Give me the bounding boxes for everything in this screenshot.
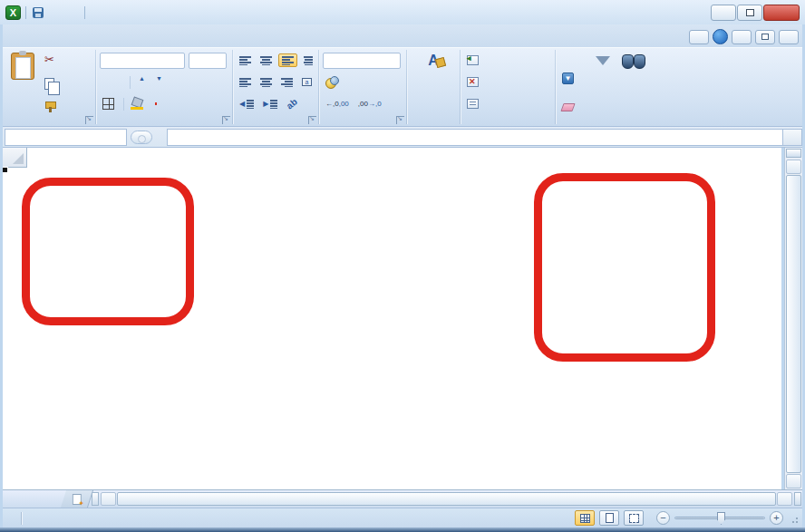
cut-icon: ✂: [44, 53, 54, 66]
orientation-button[interactable]: ab: [284, 98, 303, 110]
align-center-button[interactable]: [257, 76, 275, 88]
restore-icon: [746, 9, 754, 16]
save-button[interactable]: [31, 5, 45, 21]
close-button[interactable]: [763, 5, 800, 21]
align-bottom-button[interactable]: [278, 53, 297, 67]
align-left-button[interactable]: [237, 76, 254, 88]
insert-cells-button[interactable]: [464, 52, 551, 69]
vertical-scroll-thumb[interactable]: [786, 175, 801, 473]
find-select-button[interactable]: [617, 51, 650, 113]
vertical-scrollbar[interactable]: [784, 148, 802, 489]
increase-indent-button[interactable]: ▶: [260, 98, 280, 110]
zoom-in-button[interactable]: +: [770, 511, 783, 525]
styles-button[interactable]: А: [423, 51, 443, 113]
fill-button[interactable]: ▼: [559, 72, 579, 85]
decrease-decimal-button[interactable]: ,00→,0: [355, 99, 384, 109]
workbook-restore-button[interactable]: [755, 30, 775, 44]
redo-button[interactable]: [65, 5, 80, 21]
window-controls: [711, 5, 805, 21]
font-dialog-launcher-icon[interactable]: [222, 116, 230, 124]
copy-button[interactable]: [42, 77, 60, 91]
undo-button[interactable]: [48, 5, 63, 21]
formula-input[interactable]: [167, 129, 782, 146]
font-color-button[interactable]: [152, 102, 162, 106]
horizontal-scrollbar[interactable]: [100, 491, 793, 507]
scroll-left-button[interactable]: [101, 492, 116, 506]
vertical-split-handle[interactable]: [786, 149, 801, 158]
number-group: ←,0,00 ,00→,0: [319, 48, 406, 126]
customize-qat-button[interactable]: [90, 5, 104, 21]
percent-style-button[interactable]: [346, 82, 352, 83]
cut-button[interactable]: ✂: [42, 52, 60, 67]
name-box-split-handle[interactable]: [131, 131, 152, 144]
decrease-indent-icon: ◀: [239, 100, 245, 108]
borders-icon: [102, 98, 114, 110]
clipboard-group: ✂: [3, 48, 95, 126]
scroll-up-button[interactable]: [786, 160, 801, 174]
select-all-corner[interactable]: [3, 148, 27, 168]
delete-cells-button[interactable]: [464, 73, 551, 91]
expand-formula-bar-button[interactable]: [782, 129, 802, 146]
font-name-combo[interactable]: [100, 53, 185, 69]
underline-button[interactable]: [118, 82, 126, 83]
align-right-button[interactable]: [278, 76, 296, 88]
previous-sheet-button[interactable]: [20, 492, 34, 506]
name-box[interactable]: [5, 129, 127, 146]
format-painter-icon: [44, 101, 55, 111]
workbook-close-button[interactable]: [779, 30, 799, 44]
zoom-out-button[interactable]: −: [656, 511, 670, 525]
bold-button[interactable]: [100, 82, 105, 83]
alignment-dialog-launcher-icon[interactable]: [308, 116, 316, 124]
wrap-text-button[interactable]: [301, 54, 315, 66]
status-bar: − +: [3, 508, 802, 527]
shrink-font-button[interactable]: ▼: [151, 82, 165, 83]
ribbon: ✂ ▲ ▼: [3, 47, 802, 127]
increase-decimal-button[interactable]: ←,0,00: [323, 99, 352, 109]
sort-filter-button[interactable]: [582, 51, 615, 113]
tab-split-handle[interactable]: [92, 492, 99, 506]
align-top-button[interactable]: [237, 54, 254, 66]
next-sheet-button[interactable]: [35, 492, 50, 506]
format-cells-button[interactable]: [464, 95, 551, 112]
number-format-combo[interactable]: [323, 53, 401, 69]
horizontal-scroll-thumb[interactable]: [117, 492, 776, 506]
align-middle-button[interactable]: [257, 54, 275, 66]
italic-button[interactable]: [109, 82, 114, 83]
fill-color-button[interactable]: [128, 97, 149, 111]
scrollbar-resize-handle[interactable]: [794, 492, 801, 506]
scroll-right-button[interactable]: [777, 492, 792, 506]
alignment-group: a ◀ ▶ ab: [233, 48, 318, 126]
accounting-format-button[interactable]: [323, 75, 343, 89]
workbook-minimize-button[interactable]: [732, 30, 752, 44]
autosum-button[interactable]: [559, 52, 579, 53]
first-sheet-button[interactable]: [5, 492, 19, 506]
zoom-slider-track[interactable]: [674, 517, 765, 519]
page-layout-view-button[interactable]: [599, 510, 619, 526]
worksheet-grid[interactable]: [3, 148, 781, 489]
format-painter-button[interactable]: [42, 100, 60, 112]
styles-icon: А: [428, 53, 439, 69]
clipboard-dialog-launcher-icon[interactable]: [85, 116, 93, 124]
normal-view-button[interactable]: [575, 510, 595, 526]
decrease-indent-button[interactable]: ◀: [237, 98, 257, 110]
insert-worksheet-button[interactable]: [61, 490, 93, 508]
help-button[interactable]: [713, 29, 728, 44]
font-size-combo[interactable]: [189, 53, 227, 69]
delete-cells-icon: [467, 77, 479, 87]
borders-button[interactable]: [100, 97, 120, 111]
scroll-down-button[interactable]: [786, 474, 801, 488]
clear-button[interactable]: [559, 102, 579, 112]
merge-center-button[interactable]: a: [299, 77, 317, 87]
paste-button[interactable]: [6, 51, 39, 113]
zoom-slider-thumb[interactable]: [717, 512, 725, 525]
minimize-button[interactable]: [711, 5, 736, 21]
page-break-view-button[interactable]: [624, 510, 644, 526]
annotation-circle-left: [22, 178, 194, 325]
collapse-ribbon-button[interactable]: [689, 30, 709, 44]
restore-button[interactable]: [737, 5, 762, 21]
comma-style-button[interactable]: [355, 82, 361, 83]
number-dialog-launcher-icon[interactable]: [396, 116, 404, 124]
grow-font-button[interactable]: ▲: [134, 82, 148, 83]
excel-app-icon[interactable]: X: [5, 5, 21, 20]
selected-cell-outline[interactable]: [3, 168, 6, 171]
